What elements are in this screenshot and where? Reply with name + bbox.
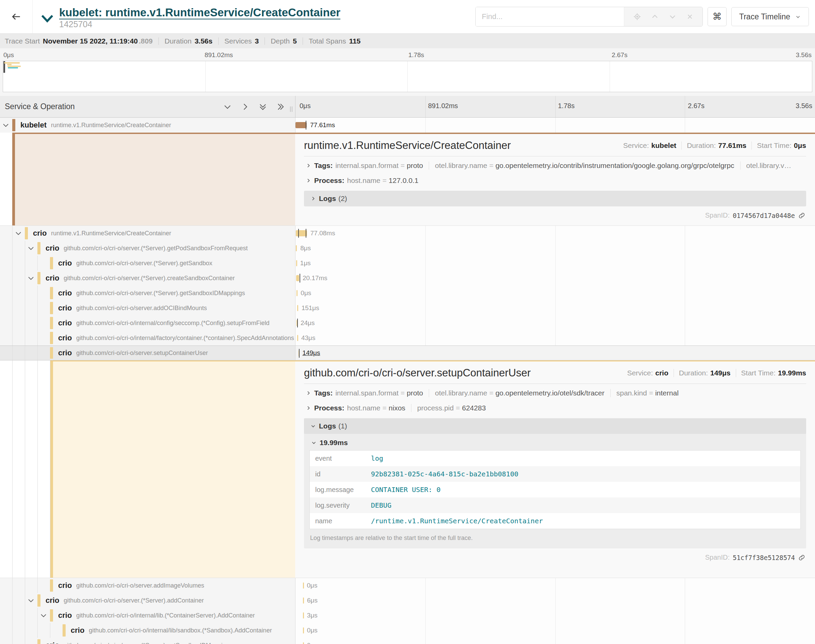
process-accordion[interactable]: Process: host.name=127.0.0.1 [304,173,806,188]
span-row-crio[interactable]: criogithub.com/cri-o/cri-o/internal/lib.… [0,608,815,623]
span-row-crio[interactable]: criogithub.com/cri-o/cri-o/server.(*Serv… [0,256,815,271]
service-name: crio [33,229,47,238]
span-duration-bar[interactable] [303,627,304,633]
span-duration-bar[interactable] [297,335,298,341]
span-timeline-cell: 20.17ms [295,271,815,286]
span-duration-bar[interactable] [296,275,299,281]
span-duration-label: 24μs [300,319,315,327]
span-duration-bar[interactable] [296,245,297,251]
timeline-ruler: 0μs 891.02ms 1.78s 2.67s 3.56s [295,96,815,117]
log-field-row: name/runtime.v1.RuntimeService/CreateCon… [310,513,800,529]
process-accordion[interactable]: Process: host.name=nixos process.pid=624… [304,400,806,416]
span-row-crio[interactable]: criogithub.com/cri-o/cri-o/server.addIma… [0,578,815,593]
span-detail-setup-container-user: github.com/cri-o/cri-o/server.setupConta… [0,360,815,578]
trace-summary-bar: Trace StartNovember 15 2022, 11:19:40.80… [0,33,815,48]
span-row-crio[interactable]: criogithub.com/cri-o/cri-o/server.(*Serv… [0,241,815,256]
span-row-crio[interactable]: criogithub.com/cri-o/cri-o/server.addOCI… [0,301,815,316]
keyboard-shortcuts-button[interactable]: ⌘ [708,7,726,26]
operation-name: runtime.v1.RuntimeService/CreateContaine… [51,230,171,237]
span-timeline-cell: 3μs [295,608,815,623]
tags-accordion[interactable]: Tags: internal.span.format=proto otel.li… [304,158,806,173]
span-duration-label: 0μs [307,582,317,589]
span-duration-bar[interactable] [303,612,304,618]
service-name: crio [46,244,59,253]
top-header: kubelet: runtime.v1.RuntimeService/Creat… [0,0,815,33]
span-duration-bar[interactable] [296,122,307,128]
span-duration-label: 149μs [302,349,320,357]
trace-expander-chevron-icon[interactable] [41,14,54,23]
span-duration-bar[interactable] [303,583,304,589]
logs-accordion[interactable]: Logs (2) [304,191,806,206]
span-name-cell: criogithub.com/cri-o/cri-o/server.addIma… [0,578,295,593]
span-duration-bar[interactable] [297,290,297,296]
service-name: crio [58,304,72,313]
span-name-cell: criogithub.com/cri-o/cri-o/server.(*Serv… [0,286,295,301]
span-duration-bar[interactable] [296,260,297,266]
span-row-crio[interactable]: criogithub.com/cri-o/cri-o/server.(*Serv… [0,593,815,608]
log-marker [298,229,299,238]
minimap-canvas[interactable] [3,61,812,92]
find-input[interactable] [476,7,624,26]
span-detail-kubelet: runtime.v1.RuntimeService/CreateContaine… [0,133,815,226]
tags-accordion[interactable]: Tags: internal.span.format=proto otel.li… [304,386,806,400]
expand-all-double-chevron-right-icon[interactable] [276,102,285,112]
copy-link-icon[interactable] [798,554,806,561]
collapse-one-chevron-down-icon[interactable] [223,102,232,112]
span-row-crio[interactable]: criogithub.com/cri-o/cri-o/internal/fact… [0,331,815,345]
span-timeline-cell: 1μs [295,256,815,271]
log-fields-table: eventlog id92b82381-025c-4a64-815c-ba2e1… [309,450,801,529]
span-duration-label: 6μs [307,597,317,604]
span-table-header: Service & Operation 0μs 891.02ms 1.78s 2… [0,96,815,118]
span-id-row: SpanID: 0174567d17a0448e [304,206,806,223]
header-toolbar: ⌘ Trace Timeline [475,7,809,26]
back-button[interactable] [0,0,33,33]
copy-link-icon[interactable] [798,212,806,219]
locate-target-icon[interactable] [633,12,641,21]
span-name-cell: criogithub.com/cri-o/cri-o/server.(*Serv… [0,638,295,644]
service-name: crio [46,274,59,282]
span-row-crio[interactable]: criogithub.com/cri-o/cri-o/server.(*Serv… [0,271,815,286]
log-entry-accordion[interactable]: 19.99ms [309,435,801,450]
column-resizer[interactable] [290,106,293,112]
service-name: crio [58,289,72,297]
span-duration-bar[interactable] [297,305,298,311]
operation-name: github.com/cri-o/cri-o/internal/lib/sand… [89,627,272,634]
span-name-cell: criogithub.com/cri-o/cri-o/internal/lib/… [0,623,295,638]
span-row-crio[interactable]: criogithub.com/cri-o/cri-o/internal/conf… [0,316,815,331]
service-name: crio [58,334,72,342]
chevron-right-icon [304,163,313,168]
log-marker [299,349,300,358]
log-field-row: eventlog [310,451,800,466]
span-name-cell: criogithub.com/cri-o/cri-o/server.addOCI… [0,301,295,316]
clear-find-close-icon[interactable] [686,13,694,20]
trace-id: 1425704 [59,19,340,29]
prev-match-chevron-up-icon[interactable] [651,12,659,21]
view-selector-dropdown[interactable]: Trace Timeline [731,7,809,26]
log-field-row: log.messageCONTAINER USER: 0 [310,482,800,497]
trace-title-link[interactable]: kubelet: runtime.v1.RuntimeService/Creat… [59,6,340,19]
span-row-crio[interactable]: criogithub.com/cri-o/cri-o/server.setupC… [0,345,815,360]
service-name: crio [58,259,72,268]
service-name: crio [58,319,72,327]
span-row-crio[interactable]: crioruntime.v1.RuntimeService/CreateCont… [0,226,815,241]
expand-one-chevron-right-icon[interactable] [241,102,250,112]
service-name: crio [58,581,72,590]
operation-name: github.com/cri-o/cri-o/server.addOCIBind… [76,305,207,312]
span-name-cell: crioruntime.v1.RuntimeService/CreateCont… [0,226,295,241]
service-name: crio [58,611,72,620]
span-timeline-cell: 151μs [295,301,815,316]
span-id-row: SpanID: 51cf7f38e5128574 [304,549,806,565]
span-row-crio[interactable]: criogithub.com/cri-o/cri-o/server.(*Serv… [0,638,815,644]
service-name: crio [46,641,59,644]
next-match-chevron-down-icon[interactable] [668,12,677,21]
logs-accordion[interactable]: Logs (1) [304,418,806,434]
collapse-all-double-chevron-down-icon[interactable] [258,102,268,112]
span-row-crio[interactable]: criogithub.com/cri-o/cri-o/server.(*Serv… [0,286,815,301]
operation-name: github.com/cri-o/cri-o/server.(*Server).… [64,245,248,252]
span-row-kubelet[interactable]: kubeletruntime.v1.RuntimeService/CreateC… [0,118,815,133]
span-row-crio[interactable]: criogithub.com/cri-o/cri-o/internal/lib/… [0,623,815,638]
log-timestamps-note: Log timestamps are relative to the start… [309,529,801,546]
span-duration-bar[interactable] [303,597,304,604]
minimap-span-bar [8,66,21,67]
span-duration-bar[interactable] [303,642,304,644]
